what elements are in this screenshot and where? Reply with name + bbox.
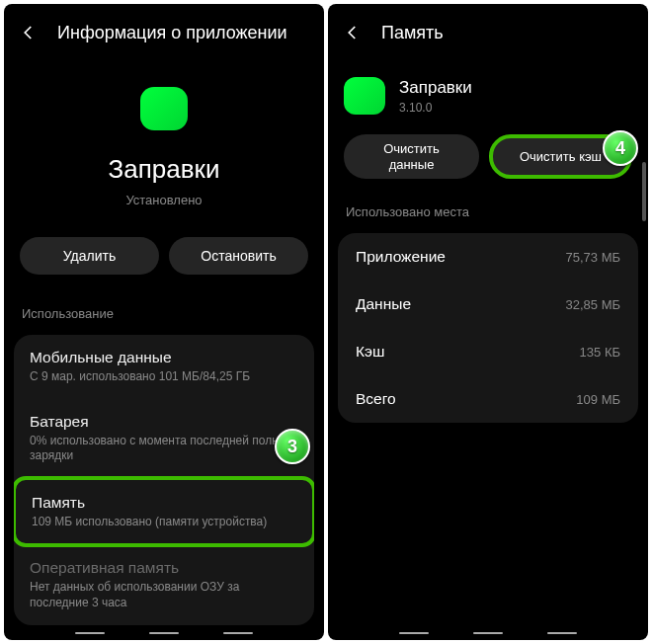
list-item-ram[interactable]: Оперативная память Нет данных об использ… (14, 545, 314, 624)
app-version: 3.10.0 (399, 101, 472, 115)
section-usage-label: Использование (4, 298, 324, 329)
app-info-text: Заправки 3.10.0 (399, 78, 472, 115)
nav-recents[interactable] (75, 632, 105, 635)
nav-home[interactable] (473, 632, 503, 635)
app-status: Установлено (125, 193, 202, 207)
step-badge-3: 3 (275, 429, 310, 464)
page-title: Память (381, 23, 444, 43)
list-item-mobile-data[interactable]: Мобильные данные С 9 мар. использовано 1… (14, 335, 314, 399)
action-buttons: Удалить Остановить (4, 227, 324, 298)
back-icon[interactable] (342, 22, 364, 43)
clear-buttons: Очистить данные Очистить кэш (328, 124, 648, 197)
clear-data-button[interactable]: Очистить данные (344, 134, 479, 179)
scrollbar[interactable] (642, 162, 646, 221)
usage-list: Мобильные данные С 9 мар. использовано 1… (14, 335, 314, 625)
app-hero: Заправки Установлено (4, 57, 324, 227)
nav-home[interactable] (149, 632, 179, 635)
stop-button[interactable]: Остановить (169, 237, 308, 275)
header: Информация о приложении (4, 4, 324, 57)
app-info-row: Заправки 3.10.0 (328, 57, 648, 124)
storage-row-total: Всего 109 МБ (338, 375, 638, 423)
list-item-battery[interactable]: Батарея 0% использовано с момента послед… (14, 399, 314, 478)
nav-back[interactable] (547, 632, 577, 635)
phone-right-storage: Память Заправки 3.10.0 Очистить данные О… (328, 4, 648, 640)
phone-left-app-info: Информация о приложении Заправки Установ… (4, 4, 324, 640)
nav-recents[interactable] (399, 632, 429, 635)
back-icon[interactable] (18, 22, 40, 43)
storage-row-app: Приложение 75,73 МБ (338, 233, 638, 281)
nav-bar (328, 632, 648, 635)
app-name: Заправки (109, 154, 220, 185)
page-title: Информация о приложении (57, 23, 287, 43)
nav-bar (4, 632, 324, 635)
list-item-storage[interactable]: Память 109 МБ использовано (памяти устро… (14, 476, 314, 548)
storage-row-cache: Кэш 135 КБ (338, 328, 638, 375)
storage-row-data: Данные 32,85 МБ (338, 281, 638, 328)
app-icon (344, 77, 385, 115)
app-icon (140, 87, 188, 130)
header: Память (328, 4, 648, 57)
uninstall-button[interactable]: Удалить (20, 237, 159, 275)
step-badge-4: 4 (603, 130, 638, 166)
section-used-label: Использовано места (328, 197, 648, 227)
app-name: Заправки (399, 78, 472, 98)
nav-back[interactable] (223, 632, 253, 635)
storage-breakdown-list: Приложение 75,73 МБ Данные 32,85 МБ Кэш … (338, 233, 638, 423)
